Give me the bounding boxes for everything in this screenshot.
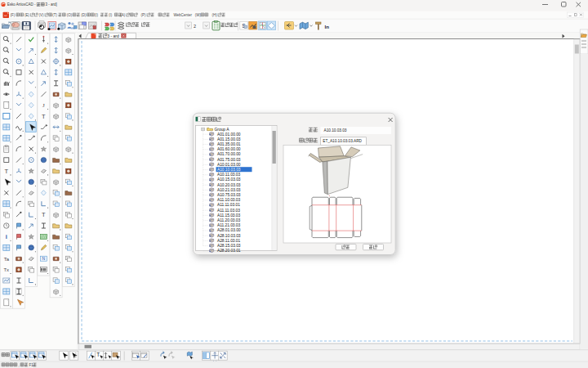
svg-text:(D): (D) [81,13,87,17]
svg-text:A28.10.03.03: A28.10.03.03 [217,234,241,238]
svg-text:A10.01.03.00: A10.01.03.00 [217,163,241,167]
svg-text:(A): (A) [120,13,126,17]
svg-text:(W): (W) [195,13,202,17]
svg-text:A01.15.00.03: A01.15.00.03 [217,137,241,141]
svg-text:A11.15.03.03: A11.15.03.03 [217,213,241,218]
svg-text:A01.01.00.00: A01.01.00.00 [217,132,241,137]
svg-text:A11.11.03.03: A11.11.03.03 [217,209,240,213]
svg-text:2: 2 [194,24,196,29]
svg-text:A10.21.03.03: A10.21.03.03 [217,188,241,192]
svg-text:T: T [5,168,9,175]
svg-text:(E): (E) [24,13,30,17]
svg-text:T: T [42,113,46,120]
svg-text:(F): (F) [11,13,16,17]
svg-text:A10.20.03.03: A10.20.03.03 [217,183,241,187]
svg-text:A10.15.03.03: A10.15.03.03 [217,177,241,182]
svg-text:3 - ard: 3 - ard [107,34,119,38]
svg-text:,: , [19,363,20,367]
svg-text::: : [317,139,318,144]
svg-text:T: T [96,352,100,357]
svg-text:(I): (I) [109,13,113,17]
svg-text:(I): (I) [95,13,99,17]
svg-text:i: i [6,233,7,240]
svg-text:A28.11.03.01: A28.11.03.01 [217,239,241,243]
svg-text:A01.60.00.00: A01.60.00.00 [217,147,241,151]
svg-text:(P): (P) [141,13,147,17]
svg-text:A11.11.03.01: A11.11.03.01 [217,203,240,207]
svg-text:3 - ard]: 3 - ard] [46,2,57,7]
svg-text:In: In [325,25,330,29]
svg-text:J: J [42,102,45,109]
svg-text:F1: F1 [29,363,34,367]
svg-text:A11.20.03.03: A11.20.03.03 [217,218,241,222]
svg-text:A01.75.00.03: A01.75.00.03 [217,158,241,162]
svg-text:A01.35.00.01: A01.35.00.01 [217,142,241,146]
svg-text:ET_A10.10.03.03.ARD: ET_A10.10.03.03.ARD [323,139,362,143]
svg-text:Ta: Ta [4,257,10,262]
svg-text:Esko ArtiosCAD - [: Esko ArtiosCAD - [ [7,2,38,7]
svg-text:A28.20.03.01: A28.20.03.01 [217,249,241,253]
svg-text:A10.75.03.03: A10.75.03.03 [217,193,241,197]
svg-text:T: T [42,211,46,218]
svg-text:Tx: Tx [3,267,9,272]
svg-text:N: N [42,256,46,261]
svg-text::: : [317,128,318,132]
svg-text:A10.11.03.03: A10.11.03.03 [217,173,241,177]
svg-text:A01.70.00.00: A01.70.00.00 [217,152,241,156]
svg-text:(T): (T) [52,13,57,17]
svg-text:A28.01.03.00: A28.01.03.00 [217,228,241,232]
svg-text:Group A: Group A [215,128,230,132]
svg-text:WebCenter: WebCenter [173,13,192,17]
svg-text:(H): (H) [212,13,218,17]
svg-text:A11.10.03.03: A11.10.03.03 [217,198,241,202]
svg-text:(O): (O) [67,13,73,17]
svg-text:(V): (V) [39,13,45,17]
svg-text:A28.15.03.03: A28.15.03.03 [217,244,241,248]
svg-text:A11.21.03.03: A11.21.03.03 [217,223,241,227]
svg-text:A10.10.03.03: A10.10.03.03 [217,168,241,172]
svg-text:A10.10.03.03: A10.10.03.03 [324,128,347,132]
